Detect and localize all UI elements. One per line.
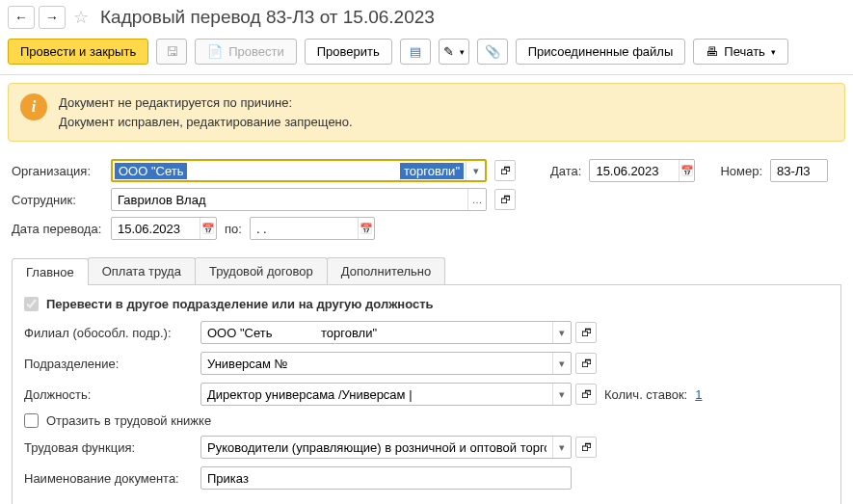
date-label: Дата:	[550, 164, 581, 178]
to-date-input[interactable]: 📅	[250, 217, 375, 240]
employee-label: Сотрудник:	[12, 193, 103, 207]
warning-panel: i Документ не редактируется по причине: …	[8, 83, 845, 142]
to-label: по:	[225, 222, 242, 236]
attach-button[interactable]: 📎	[477, 39, 508, 65]
document-button[interactable]: ▤	[400, 39, 431, 65]
open-button[interactable]: 🗗	[494, 189, 516, 210]
document-icon: ▤	[410, 44, 421, 59]
more-button[interactable]: …	[467, 189, 486, 210]
workbook-checkbox[interactable]	[24, 413, 39, 428]
position-input[interactable]: ▾	[200, 383, 572, 406]
doc-name-label: Наименование документа:	[24, 471, 193, 486]
dropdown-button[interactable]: ▾	[552, 384, 571, 405]
branch-label: Филиал (обособл. подр.):	[24, 326, 193, 340]
calendar-button[interactable]: 📅	[358, 218, 374, 239]
rates-label: Колич. ставок:	[604, 387, 687, 402]
tab-payment[interactable]: Оплата труда	[88, 257, 196, 284]
post-icon: 📄	[207, 44, 223, 59]
save-icon: 🖫	[166, 44, 178, 59]
transfer-date-input[interactable]: 📅	[111, 217, 217, 240]
dropdown-button[interactable]: ▾	[552, 322, 571, 343]
employee-input[interactable]: …	[111, 188, 487, 211]
rates-link[interactable]: 1	[695, 387, 702, 402]
tab-main[interactable]: Главное	[12, 258, 89, 285]
dropdown-button[interactable]: ▾	[466, 161, 485, 180]
warning-line2: Документ исправлен, редактирование запре…	[59, 113, 353, 132]
back-button[interactable]: ←	[8, 6, 35, 29]
page-title: Кадровый перевод 83-Л3 от 15.06.2023	[100, 7, 435, 28]
work-function-input[interactable]: ▾	[200, 436, 572, 459]
chevron-down-icon: ▾	[460, 47, 465, 57]
open-button[interactable]: 🗗	[575, 322, 597, 343]
open-button[interactable]: 🗗	[575, 353, 597, 374]
number-label: Номер:	[720, 164, 762, 178]
organization-input[interactable]: ООО "Сеть торговли" ▾	[111, 159, 487, 182]
warning-line1: Документ не редактируется по причине:	[59, 93, 353, 113]
tab-additional[interactable]: Дополнительно	[327, 257, 446, 284]
tab-contract[interactable]: Трудовой договор	[195, 257, 328, 284]
dropdown-button[interactable]: ▾	[552, 437, 571, 458]
number-input[interactable]	[770, 159, 828, 182]
printer-icon: 🖶	[706, 44, 718, 59]
transfer-date-label: Дата перевода:	[12, 222, 103, 236]
work-function-label: Трудовая функция:	[24, 440, 193, 455]
save-button[interactable]: 🖫	[156, 39, 187, 65]
verify-button[interactable]: Проверить	[305, 39, 392, 65]
transfer-checkbox-label: Перевести в другое подразделение или на …	[46, 297, 434, 311]
date-input[interactable]: 📅	[589, 159, 695, 182]
open-button[interactable]: 🗗	[575, 437, 597, 458]
department-label: Подразделение:	[24, 357, 193, 371]
pencil-icon: ✎	[443, 44, 454, 59]
forward-button[interactable]: →	[39, 6, 66, 29]
paperclip-icon: 📎	[485, 44, 500, 59]
doc-name-input[interactable]	[200, 466, 572, 490]
edit-button[interactable]: ✎▾	[439, 39, 469, 65]
position-label: Должность:	[24, 387, 193, 402]
workbook-checkbox-label: Отразить в трудовой книжке	[46, 413, 211, 428]
post-button[interactable]: 📄Провести	[195, 39, 297, 65]
info-icon: i	[20, 93, 47, 120]
department-input[interactable]: ▾	[200, 352, 572, 375]
print-button[interactable]: 🖶Печать▾	[693, 39, 788, 65]
post-and-close-button[interactable]: Провести и закрыть	[8, 39, 148, 65]
open-button[interactable]: 🗗	[494, 160, 516, 181]
chevron-down-icon: ▾	[771, 47, 776, 57]
transfer-checkbox[interactable]	[24, 297, 39, 311]
attached-files-button[interactable]: Присоединенные файлы	[516, 39, 686, 65]
organization-label: Организация:	[12, 164, 103, 178]
open-button[interactable]: 🗗	[575, 384, 597, 405]
branch-input[interactable]: ▾	[200, 321, 572, 344]
calendar-button[interactable]: 📅	[200, 218, 216, 239]
dropdown-button[interactable]: ▾	[552, 353, 571, 374]
calendar-button[interactable]: 📅	[679, 160, 695, 181]
favorite-star-icon[interactable]: ☆	[73, 7, 89, 28]
